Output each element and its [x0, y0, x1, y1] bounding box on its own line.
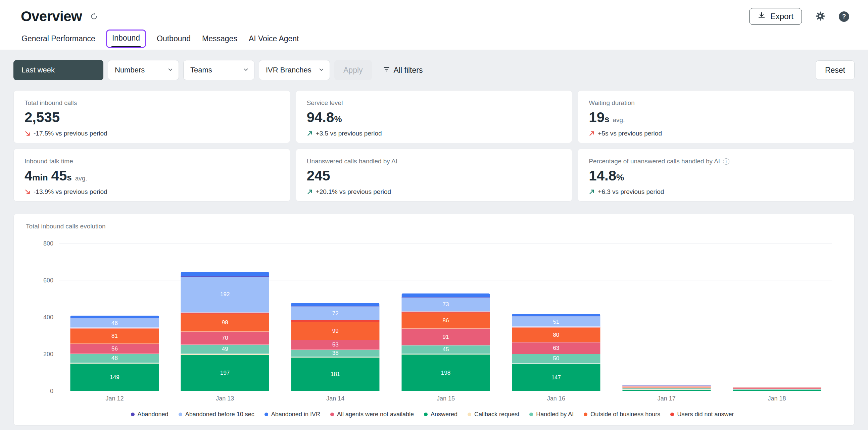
legend-label: Callback request	[474, 411, 519, 418]
arrow-up-icon	[589, 189, 595, 195]
bar-segment-answered[interactable]: 181	[291, 358, 380, 391]
legend-item-answered[interactable]: Answered	[424, 411, 458, 418]
all-filters-label: All filters	[394, 66, 423, 75]
legend-item-outside-of-business-hours[interactable]: Outside of business hours	[584, 411, 660, 418]
bar-segment-abandoned-before-10-sec[interactable]: 73	[401, 298, 490, 311]
chart-legend: AbandonedAbandoned before 10 secAbandone…	[26, 411, 839, 418]
kpi-delta-text: -13.9% vs previous period	[34, 188, 107, 196]
bar-column-jan-15: 19845918673	[391, 243, 501, 391]
bar-segment-handled-by-ai[interactable]: 50	[512, 354, 600, 364]
all-filters-button[interactable]: All filters	[381, 65, 425, 75]
bar-segment-abandoned-before-10-sec[interactable]: 51	[512, 317, 600, 327]
date-range-filter[interactable]: Last week	[13, 60, 103, 80]
active-tab-indicator	[112, 46, 141, 47]
stacked-bar[interactable]	[733, 387, 821, 391]
bar-segment-all-agents-were-not-available[interactable]: 70	[181, 332, 269, 345]
kpi-label-text: Waiting duration	[589, 99, 635, 107]
kpi-value-part: s	[604, 114, 609, 125]
bar-segment-all-agents-were-not-available[interactable]: 53	[291, 340, 380, 350]
tab-outbound[interactable]: Outbound	[156, 31, 191, 46]
bar-segment-all-agents-were-not-available[interactable]: 63	[512, 342, 600, 354]
tab-messages[interactable]: Messages	[202, 31, 238, 46]
kpi-value-part: s	[67, 172, 71, 183]
dropdown-numbers[interactable]: Numbers	[108, 60, 179, 80]
kpi-grid: Total inbound calls2,535-17.5% vs previo…	[13, 90, 855, 202]
bar-segment-abandoned-before-10-sec[interactable]: 192	[181, 277, 269, 312]
kpi-value-part: 45	[51, 168, 67, 184]
bar-segment-outside-of-business-hours[interactable]: 81	[70, 329, 159, 344]
bar-segment-handled-by-ai[interactable]: 45	[401, 345, 490, 354]
refresh-button[interactable]	[89, 11, 99, 23]
info-icon[interactable]: i	[723, 158, 730, 165]
reset-button[interactable]: Reset	[816, 60, 855, 80]
kpi-label: Inbound talk time	[25, 158, 279, 165]
kpi-delta: -13.9% vs previous period	[25, 188, 279, 196]
bar-segment-handled-by-ai[interactable]: 48	[70, 354, 159, 363]
bar-segment-all-agents-were-not-available[interactable]: 91	[401, 329, 490, 345]
stacked-bar[interactable]: 19845918673	[401, 294, 490, 391]
export-button[interactable]: Export	[749, 8, 802, 25]
bar-segment-outside-of-business-hours[interactable]: 98	[181, 314, 269, 332]
filter-dropdowns: NumbersTeamsIVR Branches	[108, 60, 330, 80]
legend-item-handled-by-ai[interactable]: Handled by AI	[529, 411, 574, 418]
x-axis-label: Jan 14	[280, 395, 391, 402]
bar-segment-answered[interactable]: 198	[401, 355, 490, 391]
bar-segment-handled-by-ai[interactable]: 49	[181, 345, 269, 354]
bar-segment-answered[interactable]	[622, 390, 711, 391]
bar-segment-all-agents-were-not-available[interactable]: 56	[70, 344, 159, 354]
legend-item-abandoned[interactable]: Abandoned	[131, 411, 168, 418]
legend-item-all-agents-were-not-available[interactable]: All agents were not available	[330, 411, 414, 418]
legend-dot-icon	[529, 412, 533, 416]
filter-icon	[383, 66, 390, 75]
kpi-value: 14.8%	[589, 168, 843, 184]
help-button[interactable]: ?	[839, 11, 849, 22]
bar-segment-outside-of-business-hours[interactable]: 80	[512, 328, 600, 342]
bar-segment-abandoned-before-10-sec[interactable]: 72	[291, 307, 380, 321]
legend-item-callback-request[interactable]: Callback request	[468, 411, 519, 418]
stacked-bar[interactable]: 14948568146	[70, 316, 159, 391]
bar-segment-abandoned-in-ivr[interactable]	[181, 272, 269, 276]
bar-segment-abandoned-in-ivr[interactable]	[70, 316, 159, 319]
legend-label: Answered	[431, 411, 458, 418]
tabs: General PerformanceInboundOutboundMessag…	[21, 28, 849, 49]
bar-segment-abandoned-in-ivr[interactable]	[512, 314, 600, 317]
legend-item-abandoned-in-ivr[interactable]: Abandoned in IVR	[265, 411, 320, 418]
tab-inbound[interactable]: Inbound	[106, 30, 146, 48]
bar-segment-answered[interactable]: 147	[512, 364, 600, 391]
bar-segment-answered[interactable]: 197	[181, 355, 269, 391]
dropdown-teams[interactable]: Teams	[183, 60, 254, 80]
chevron-down-icon	[167, 66, 173, 74]
stacked-bar[interactable]: 14750638051	[512, 314, 600, 391]
page-title: Overview	[21, 8, 82, 25]
legend-item-abandoned-before-10-sec[interactable]: Abandoned before 10 sec	[179, 411, 254, 418]
settings-button[interactable]	[815, 11, 825, 22]
tab-general-performance[interactable]: General Performance	[21, 31, 96, 46]
stacked-bar[interactable]	[622, 385, 711, 391]
bar-segment-answered[interactable]	[733, 390, 821, 391]
bar-segment-answered[interactable]: 149	[70, 364, 159, 391]
export-label: Export	[770, 12, 794, 21]
x-axis-label: Jan 16	[501, 395, 611, 402]
legend-label: Abandoned	[137, 411, 168, 418]
legend-dot-icon	[670, 412, 674, 416]
tab-ai-voice-agent[interactable]: AI Voice Agent	[248, 31, 300, 46]
kpi-card-percentage-of-unanswered-calls-handled-by-ai: Percentage of unanswered calls handled b…	[578, 148, 855, 202]
bar-segment-abandoned-before-10-sec[interactable]: 46	[70, 319, 159, 328]
header-top-row: Overview Export	[21, 8, 849, 25]
bar-segment-abandoned-in-ivr[interactable]	[401, 294, 490, 298]
bar-segment-handled-by-ai[interactable]: 38	[291, 350, 380, 357]
x-axis-label: Jan 12	[59, 395, 170, 402]
bar-segment-outside-of-business-hours[interactable]: 86	[401, 313, 490, 329]
bar-segment-outside-of-business-hours[interactable]: 99	[291, 322, 380, 340]
legend-label: Abandoned before 10 sec	[185, 411, 254, 418]
legend-label: All agents were not available	[337, 411, 414, 418]
dropdown-ivr-branches[interactable]: IVR Branches	[259, 60, 330, 80]
chevron-down-icon	[318, 66, 324, 74]
legend-item-users-did-not-answer[interactable]: Users did not answer	[670, 411, 734, 418]
y-axis-tick-label: 600	[30, 277, 53, 284]
apply-button[interactable]: Apply	[334, 60, 372, 80]
bar-segment-abandoned-in-ivr[interactable]	[291, 303, 380, 306]
tab-label: General Performance	[22, 34, 95, 43]
stacked-bar[interactable]: 18138539972	[291, 303, 380, 391]
stacked-bar[interactable]: 197497098192	[181, 272, 269, 391]
